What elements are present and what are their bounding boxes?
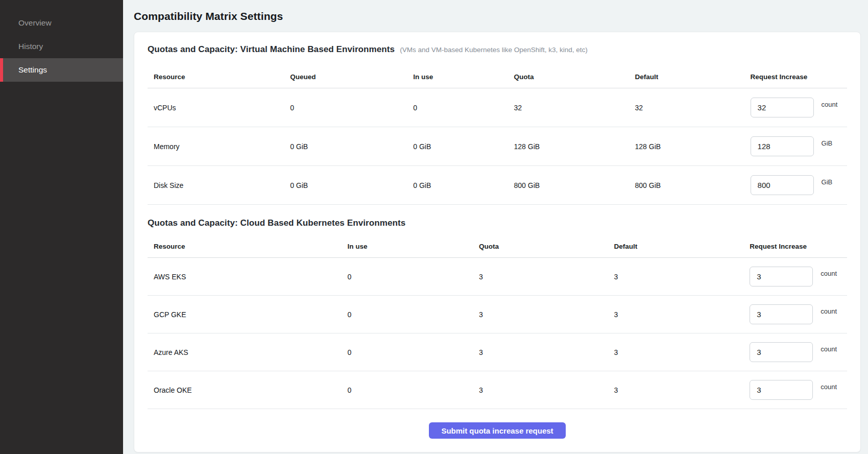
queued-value: 0 GiB xyxy=(284,181,407,189)
request-increase-cell: count xyxy=(743,342,847,362)
quota-value: 3 xyxy=(473,348,608,356)
table-row-vcpus: vCPUs 0 0 32 32 count xyxy=(148,88,847,127)
vcpus-request-input[interactable] xyxy=(751,98,814,117)
unit-label: count xyxy=(822,101,838,108)
cloud-section-heading: Quotas and Capacity: Cloud Based Kuberne… xyxy=(148,218,847,228)
column-header-default: Default xyxy=(608,243,743,250)
oracle-oke-request-input[interactable] xyxy=(750,380,813,400)
default-value: 128 GiB xyxy=(629,142,744,151)
table-row-azure-aks: Azure AKS 0 3 3 count xyxy=(148,333,847,371)
vm-quota-table: Resource Queued In use Quota Default Req… xyxy=(148,66,847,205)
sidebar-item-history[interactable]: History xyxy=(0,35,123,58)
main-content: Compatibility Matrix Settings Quotas and… xyxy=(123,0,868,454)
column-header-default: Default xyxy=(629,73,744,81)
column-header-quota: Quota xyxy=(508,73,629,81)
table-row-gcp-gke: GCP GKE 0 3 3 count xyxy=(148,296,847,333)
column-header-resource: Resource xyxy=(148,73,284,81)
vm-quotas-section: Quotas and Capacity: Virtual Machine Bas… xyxy=(148,44,847,205)
vm-table-header: Resource Queued In use Quota Default Req… xyxy=(148,66,847,88)
default-value: 32 xyxy=(629,104,744,112)
resource-name: AWS EKS xyxy=(148,273,341,281)
request-increase-cell: count xyxy=(744,98,847,117)
default-value: 3 xyxy=(608,310,743,319)
cloud-section-title: Quotas and Capacity: Cloud Based Kuberne… xyxy=(148,218,405,228)
unit-label: count xyxy=(821,345,837,353)
table-row-aws-eks: AWS EKS 0 3 3 count xyxy=(148,258,847,296)
column-header-request-increase: Request Increase xyxy=(744,73,847,81)
disk-size-request-input[interactable] xyxy=(751,175,814,195)
quota-value: 3 xyxy=(473,310,608,319)
column-header-queued: Queued xyxy=(284,73,407,81)
aws-eks-request-input[interactable] xyxy=(750,267,813,286)
default-value: 3 xyxy=(608,273,743,281)
vm-section-heading: Quotas and Capacity: Virtual Machine Bas… xyxy=(148,44,847,55)
resource-name: Disk Size xyxy=(148,181,284,189)
default-value: 800 GiB xyxy=(629,181,744,189)
column-header-in-use: In use xyxy=(407,73,508,81)
request-increase-cell: count xyxy=(743,304,847,324)
cloud-table-header: Resource In use Quota Default Request In… xyxy=(148,235,847,258)
table-row-oracle-oke: Oracle OKE 0 3 3 count xyxy=(148,371,847,409)
in-use-value: 0 xyxy=(407,104,508,112)
azure-aks-request-input[interactable] xyxy=(750,342,813,362)
in-use-value: 0 xyxy=(341,273,473,281)
sidebar-nav: Overview History Settings xyxy=(0,11,123,82)
default-value: 3 xyxy=(608,386,743,394)
resource-name: Azure AKS xyxy=(148,348,341,356)
resource-name: Oracle OKE xyxy=(148,386,341,394)
quota-value: 3 xyxy=(473,273,608,281)
cloud-quota-table: Resource In use Quota Default Request In… xyxy=(148,235,847,409)
unit-label: GiB xyxy=(822,139,833,147)
quota-value: 32 xyxy=(508,104,629,112)
in-use-value: 0 xyxy=(341,348,473,356)
queued-value: 0 xyxy=(284,104,407,112)
quota-value: 128 GiB xyxy=(508,142,629,151)
unit-label: count xyxy=(821,307,837,315)
resource-name: Memory xyxy=(148,142,284,151)
table-row-memory: Memory 0 GiB 0 GiB 128 GiB 128 GiB GiB xyxy=(148,127,847,166)
resource-name: vCPUs xyxy=(148,104,284,112)
table-row-disk-size: Disk Size 0 GiB 0 GiB 800 GiB 800 GiB Gi… xyxy=(148,166,847,205)
in-use-value: 0 GiB xyxy=(407,142,508,151)
queued-value: 0 GiB xyxy=(284,142,407,151)
column-header-request-increase: Request Increase xyxy=(743,243,847,250)
request-increase-cell: GiB xyxy=(744,175,847,195)
vm-section-note: (VMs and VM-based Kubernetes like OpenSh… xyxy=(400,46,588,54)
request-increase-cell: count xyxy=(743,267,847,286)
sidebar: Overview History Settings xyxy=(0,0,123,454)
default-value: 3 xyxy=(608,348,743,356)
card-footer: Submit quota increase request xyxy=(148,409,847,452)
page-title: Compatibility Matrix Settings xyxy=(134,10,861,22)
in-use-value: 0 xyxy=(341,386,473,394)
request-increase-cell: count xyxy=(743,380,847,400)
column-header-quota: Quota xyxy=(473,243,608,250)
column-header-in-use: In use xyxy=(341,243,473,250)
in-use-value: 0 xyxy=(341,310,473,319)
unit-label: GiB xyxy=(822,178,833,186)
column-header-resource: Resource xyxy=(148,243,341,250)
sidebar-item-overview[interactable]: Overview xyxy=(0,11,123,35)
sidebar-item-settings[interactable]: Settings xyxy=(0,58,123,82)
resource-name: GCP GKE xyxy=(148,310,341,319)
unit-label: count xyxy=(821,383,837,391)
quota-value: 3 xyxy=(473,386,608,394)
unit-label: count xyxy=(821,270,837,277)
in-use-value: 0 GiB xyxy=(407,181,508,189)
quota-value: 800 GiB xyxy=(508,181,629,189)
vm-section-title: Quotas and Capacity: Virtual Machine Bas… xyxy=(148,44,395,55)
gcp-gke-request-input[interactable] xyxy=(750,304,813,324)
request-increase-cell: GiB xyxy=(744,136,847,156)
cloud-quotas-section: Quotas and Capacity: Cloud Based Kuberne… xyxy=(148,218,847,409)
settings-card: Quotas and Capacity: Virtual Machine Bas… xyxy=(134,32,861,452)
submit-quota-increase-button[interactable]: Submit quota increase request xyxy=(429,422,565,439)
memory-request-input[interactable] xyxy=(751,136,814,156)
